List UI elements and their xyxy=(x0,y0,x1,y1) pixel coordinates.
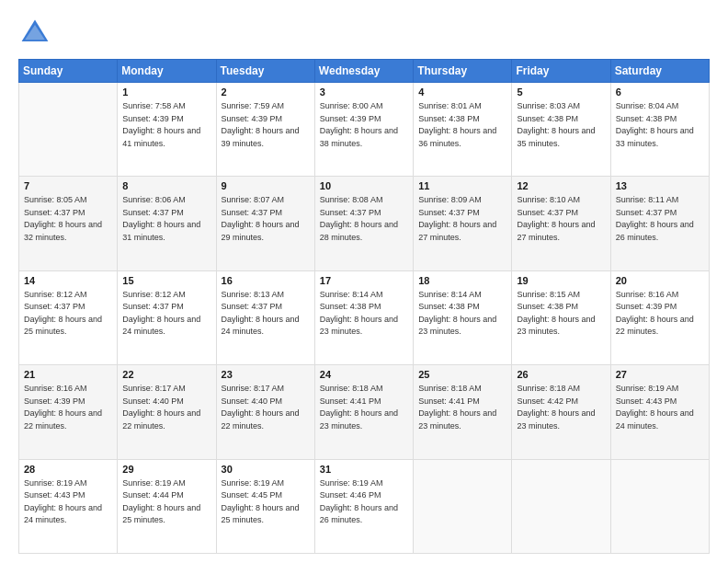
sunset-text: Sunset: 4:38 PM xyxy=(616,113,704,126)
sunrise-text: Sunrise: 8:00 AM xyxy=(320,100,408,113)
calendar-cell: 3 Sunrise: 8:00 AM Sunset: 4:39 PM Dayli… xyxy=(314,83,413,177)
sunrise-text: Sunrise: 8:05 AM xyxy=(24,194,112,207)
day-number: 22 xyxy=(122,369,210,380)
sunrise-text: Sunrise: 8:17 AM xyxy=(222,383,310,396)
sunrise-text: Sunrise: 8:08 AM xyxy=(320,194,408,207)
sunrise-text: Sunrise: 8:01 AM xyxy=(418,100,506,113)
calendar-cell: 30 Sunrise: 8:19 AM Sunset: 4:45 PM Dayl… xyxy=(216,459,314,553)
sunset-text: Sunset: 4:39 PM xyxy=(320,113,408,126)
calendar-cell: 20 Sunrise: 8:16 AM Sunset: 4:39 PM Dayl… xyxy=(610,270,709,364)
calendar-cell: 27 Sunrise: 8:19 AM Sunset: 4:43 PM Dayl… xyxy=(610,365,709,459)
daylight-text: Daylight: 8 hours and 27 minutes. xyxy=(517,219,605,244)
day-info: Sunrise: 8:12 AM Sunset: 4:37 PM Dayligh… xyxy=(122,289,210,339)
calendar-cell: 14 Sunrise: 8:12 AM Sunset: 4:37 PM Dayl… xyxy=(19,270,118,364)
logo-icon xyxy=(18,17,51,50)
calendar-cell: 28 Sunrise: 8:19 AM Sunset: 4:43 PM Dayl… xyxy=(19,459,118,553)
daylight-text: Daylight: 8 hours and 25 minutes. xyxy=(122,502,210,527)
day-info: Sunrise: 8:05 AM Sunset: 4:37 PM Dayligh… xyxy=(24,194,112,244)
day-info: Sunrise: 8:07 AM Sunset: 4:37 PM Dayligh… xyxy=(222,194,310,244)
daylight-text: Daylight: 8 hours and 24 minutes. xyxy=(24,502,112,527)
day-number: 24 xyxy=(320,369,408,380)
day-info: Sunrise: 7:58 AM Sunset: 4:39 PM Dayligh… xyxy=(122,100,210,150)
day-number: 29 xyxy=(122,464,210,475)
sunset-text: Sunset: 4:39 PM xyxy=(616,301,704,314)
sunset-text: Sunset: 4:37 PM xyxy=(418,207,506,220)
sunset-text: Sunset: 4:41 PM xyxy=(320,396,408,408)
weekday-header-thursday: Thursday xyxy=(414,60,512,83)
sunset-text: Sunset: 4:37 PM xyxy=(122,207,210,220)
sunset-text: Sunset: 4:37 PM xyxy=(122,301,210,314)
day-number: 26 xyxy=(517,369,605,380)
day-info: Sunrise: 8:16 AM Sunset: 4:39 PM Dayligh… xyxy=(616,289,704,339)
calendar-week-row: 21 Sunrise: 8:16 AM Sunset: 4:39 PM Dayl… xyxy=(19,365,710,459)
day-number: 11 xyxy=(418,180,506,191)
calendar-cell: 19 Sunrise: 8:15 AM Sunset: 4:38 PM Dayl… xyxy=(512,270,610,364)
daylight-text: Daylight: 8 hours and 25 minutes. xyxy=(24,314,112,339)
sunset-text: Sunset: 4:39 PM xyxy=(122,113,210,126)
sunset-text: Sunset: 4:37 PM xyxy=(616,207,704,220)
sunset-text: Sunset: 4:37 PM xyxy=(24,301,112,314)
day-info: Sunrise: 8:18 AM Sunset: 4:41 PM Dayligh… xyxy=(320,383,408,432)
daylight-text: Daylight: 8 hours and 22 minutes. xyxy=(24,408,112,432)
day-number: 3 xyxy=(320,86,408,98)
calendar-cell: 18 Sunrise: 8:14 AM Sunset: 4:38 PM Dayl… xyxy=(414,270,512,364)
calendar-cell: 4 Sunrise: 8:01 AM Sunset: 4:38 PM Dayli… xyxy=(414,83,512,177)
weekday-header-sunday: Sunday xyxy=(19,60,118,83)
daylight-text: Daylight: 8 hours and 26 minutes. xyxy=(320,502,408,527)
day-info: Sunrise: 8:00 AM Sunset: 4:39 PM Dayligh… xyxy=(320,100,408,150)
calendar-cell: 10 Sunrise: 8:08 AM Sunset: 4:37 PM Dayl… xyxy=(314,177,413,270)
sunrise-text: Sunrise: 8:14 AM xyxy=(418,289,506,302)
sunset-text: Sunset: 4:37 PM xyxy=(222,207,310,220)
calendar-cell xyxy=(414,459,512,553)
sunset-text: Sunset: 4:39 PM xyxy=(222,113,310,126)
calendar-cell: 15 Sunrise: 8:12 AM Sunset: 4:37 PM Dayl… xyxy=(118,270,216,364)
daylight-text: Daylight: 8 hours and 23 minutes. xyxy=(418,408,506,432)
day-info: Sunrise: 8:17 AM Sunset: 4:40 PM Dayligh… xyxy=(222,383,310,432)
sunrise-text: Sunrise: 8:16 AM xyxy=(24,383,112,396)
calendar-cell: 6 Sunrise: 8:04 AM Sunset: 4:38 PM Dayli… xyxy=(610,83,709,177)
daylight-text: Daylight: 8 hours and 27 minutes. xyxy=(418,219,506,244)
day-info: Sunrise: 8:04 AM Sunset: 4:38 PM Dayligh… xyxy=(616,100,704,150)
daylight-text: Daylight: 8 hours and 23 minutes. xyxy=(517,314,605,339)
day-number: 31 xyxy=(320,464,408,475)
weekday-header-wednesday: Wednesday xyxy=(314,60,413,83)
day-info: Sunrise: 8:19 AM Sunset: 4:44 PM Dayligh… xyxy=(122,477,210,527)
day-number: 16 xyxy=(222,275,310,286)
calendar-week-row: 7 Sunrise: 8:05 AM Sunset: 4:37 PM Dayli… xyxy=(19,177,710,270)
sunrise-text: Sunrise: 8:18 AM xyxy=(517,383,605,396)
day-info: Sunrise: 8:18 AM Sunset: 4:42 PM Dayligh… xyxy=(517,383,605,432)
sunset-text: Sunset: 4:38 PM xyxy=(517,301,605,314)
day-info: Sunrise: 8:16 AM Sunset: 4:39 PM Dayligh… xyxy=(24,383,112,432)
day-info: Sunrise: 8:18 AM Sunset: 4:41 PM Dayligh… xyxy=(418,383,506,432)
day-info: Sunrise: 8:17 AM Sunset: 4:40 PM Dayligh… xyxy=(122,383,210,432)
daylight-text: Daylight: 8 hours and 28 minutes. xyxy=(320,219,408,244)
calendar-cell: 2 Sunrise: 7:59 AM Sunset: 4:39 PM Dayli… xyxy=(216,83,314,177)
calendar-cell: 23 Sunrise: 8:17 AM Sunset: 4:40 PM Dayl… xyxy=(216,365,314,459)
sunset-text: Sunset: 4:38 PM xyxy=(418,301,506,314)
sunset-text: Sunset: 4:37 PM xyxy=(517,207,605,220)
day-number: 28 xyxy=(24,464,112,475)
daylight-text: Daylight: 8 hours and 23 minutes. xyxy=(320,408,408,432)
sunrise-text: Sunrise: 8:03 AM xyxy=(517,100,605,113)
calendar-cell: 31 Sunrise: 8:19 AM Sunset: 4:46 PM Dayl… xyxy=(314,459,413,553)
calendar-cell: 1 Sunrise: 7:58 AM Sunset: 4:39 PM Dayli… xyxy=(118,83,216,177)
day-info: Sunrise: 8:12 AM Sunset: 4:37 PM Dayligh… xyxy=(24,289,112,339)
sunset-text: Sunset: 4:46 PM xyxy=(320,489,408,502)
weekday-header-tuesday: Tuesday xyxy=(216,60,314,83)
day-info: Sunrise: 8:19 AM Sunset: 4:43 PM Dayligh… xyxy=(616,383,704,432)
calendar-cell: 25 Sunrise: 8:18 AM Sunset: 4:41 PM Dayl… xyxy=(414,365,512,459)
daylight-text: Daylight: 8 hours and 36 minutes. xyxy=(418,125,506,150)
calendar-cell: 13 Sunrise: 8:11 AM Sunset: 4:37 PM Dayl… xyxy=(610,177,709,270)
day-number: 5 xyxy=(517,86,605,98)
sunrise-text: Sunrise: 8:12 AM xyxy=(122,289,210,302)
day-number: 17 xyxy=(320,275,408,286)
day-info: Sunrise: 8:06 AM Sunset: 4:37 PM Dayligh… xyxy=(122,194,210,244)
sunrise-text: Sunrise: 8:04 AM xyxy=(616,100,704,113)
sunset-text: Sunset: 4:43 PM xyxy=(616,396,704,408)
day-number: 21 xyxy=(24,369,112,380)
day-number: 14 xyxy=(24,275,112,286)
weekday-header-row: SundayMondayTuesdayWednesdayThursdayFrid… xyxy=(19,60,710,83)
sunrise-text: Sunrise: 8:18 AM xyxy=(320,383,408,396)
daylight-text: Daylight: 8 hours and 39 minutes. xyxy=(222,125,310,150)
daylight-text: Daylight: 8 hours and 24 minutes. xyxy=(222,314,310,339)
